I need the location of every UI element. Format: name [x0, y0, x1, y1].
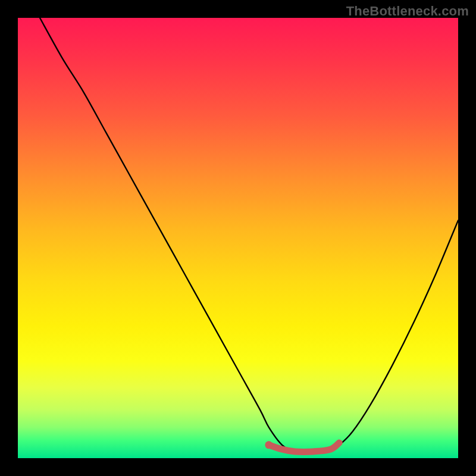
- curve-layer: [18, 18, 458, 458]
- chart-frame: TheBottleneck.com: [0, 0, 476, 476]
- bottleneck-curve: [40, 18, 458, 452]
- optimal-zone-start-dot: [265, 441, 273, 449]
- watermark-label: TheBottleneck.com: [346, 4, 469, 19]
- plot-area: [18, 18, 458, 458]
- optimal-zone-marker: [269, 443, 339, 452]
